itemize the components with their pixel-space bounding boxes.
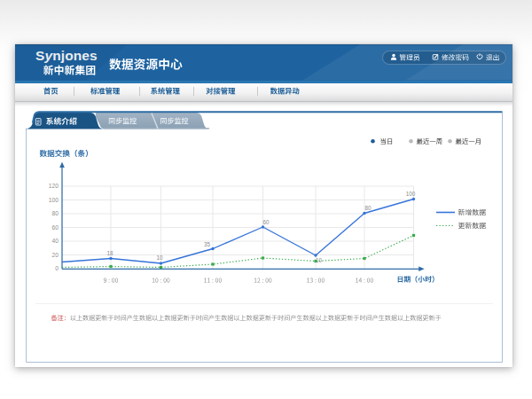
svg-text:100: 100 [49,197,59,203]
svg-text:60: 60 [52,224,59,231]
svg-text:60: 60 [262,219,270,225]
svg-text:0: 0 [55,265,59,271]
svg-text:80: 80 [52,210,59,216]
svg-text:100: 100 [406,191,416,197]
svg-text:10: 10 [156,254,163,261]
svg-text:10: 10 [316,257,323,263]
svg-text:120: 120 [49,183,59,189]
svg-text:40: 40 [52,238,59,244]
svg-text:35: 35 [204,241,211,247]
svg-text:18: 18 [106,250,113,256]
svg-text:80: 80 [364,205,372,211]
svg-text:20: 20 [52,252,59,258]
